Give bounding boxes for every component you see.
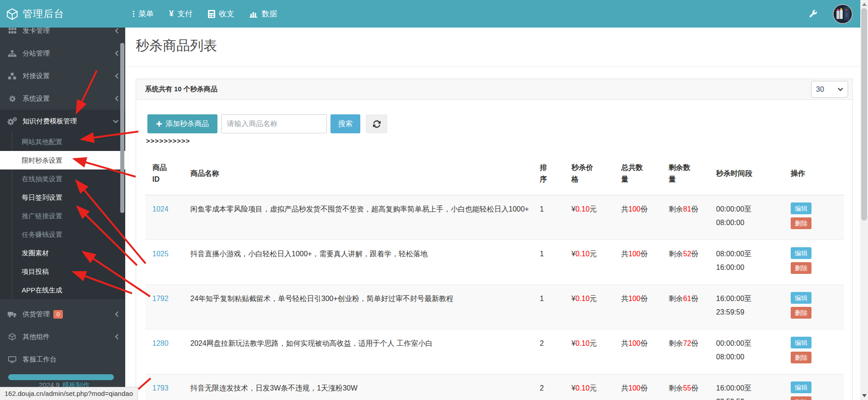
table-row: 179224年知乎复制粘贴截留术，单号轻松日引300+创业粉，简单好过审不封号最… (145, 284, 844, 329)
sidebar-item-label: 对接设置 (23, 72, 50, 80)
main-content: 秒杀商品列表 系统共有10个秒杀商品 30 添加秒杀商品 (125, 28, 860, 400)
sidebar-subitem-flash-sale-settings[interactable]: 限时秒杀设置 (0, 151, 125, 169)
chart-icon (250, 10, 258, 18)
delete-button[interactable]: 删除 (791, 352, 811, 363)
navbar-item-data[interactable]: 数据 (250, 9, 277, 19)
chevron-left-icon (115, 28, 119, 34)
add-seckill-button[interactable]: 添加秒杀商品 (147, 114, 217, 133)
ops-cell: 编辑删除 (787, 374, 844, 400)
chevron-left-icon (115, 334, 119, 340)
sidebar-scrollbar[interactable] (120, 43, 124, 213)
sidebar-item-knowledge-pay-template[interactable]: 知识付费模板管理 (0, 110, 125, 132)
page-scrollbar[interactable] (860, 0, 868, 400)
product-id-link[interactable]: 1280 (152, 339, 169, 347)
price-cell: ¥0.10元 (568, 195, 618, 240)
product-name-cell: 2024网盘拉新玩法教学思路，如何实现被动高收益，适用于个人 工作室小白 (187, 329, 536, 374)
navbar-item-income[interactable]: 收支 (208, 9, 234, 19)
sidebar-menu: 发卡管理分站管理对接设置系统设置知识付费模板管理网站其他配置限时秒杀设置在线抽奖… (0, 28, 125, 371)
seckill-panel: 系统共有10个秒杀商品 30 添加秒杀商品 搜索 (136, 79, 853, 400)
sidebar-subitem-online-lottery-settings[interactable]: 在线抽奖设置 (0, 169, 125, 188)
edit-button[interactable]: 编辑 (791, 337, 811, 348)
ops-cell: 编辑删除 (787, 195, 844, 240)
edit-button[interactable]: 编辑 (791, 202, 811, 214)
toolbar: 添加秒杀商品 搜索 (147, 114, 852, 133)
sidebar-subitem-project-submission[interactable]: 项目投稿 (0, 262, 125, 281)
product-id-link[interactable]: 1025 (152, 250, 169, 258)
sidebar-item-service-workbench[interactable]: 客服工作台 (0, 348, 125, 371)
time-range-cell: 08:00:00至16:00:00 (712, 240, 787, 284)
sort-cell: 1 (536, 284, 568, 329)
sidebar-subitem-app-online-generate[interactable]: APP在线生成 (0, 281, 125, 299)
product-id-link[interactable]: 1793 (152, 384, 169, 392)
sidebar-item-label: 其他组件 (23, 333, 50, 341)
avatar[interactable] (833, 4, 853, 24)
sidebar-item-supply-manage[interactable]: 供货管理0 (0, 303, 125, 325)
sidebar-item-label: 供货管理 (23, 310, 50, 319)
delete-button[interactable]: 删除 (791, 262, 811, 274)
navbar-right (809, 0, 853, 28)
sidebar-item-branch-manage[interactable]: 分站管理 (0, 42, 125, 65)
refresh-button[interactable] (366, 114, 387, 133)
remain-cell: 剩余61份 (665, 284, 712, 329)
brand-title: 管理后台 (23, 7, 64, 21)
delete-button[interactable]: 删除 (791, 217, 811, 229)
time-range-cell: 00:00:00至08:00:00 (712, 329, 787, 374)
sidebar-subitem-promo-link-settings[interactable]: 推广链接设置 (0, 207, 125, 225)
sidebar-scroll-pill[interactable] (8, 374, 114, 380)
sidebar-submenu: 网站其他配置限时秒杀设置在线抽奖设置每日签到设置推广链接设置任务赚钱设置发圈素材… (0, 132, 125, 299)
navbar-item-pay[interactable]: ¥支付 (169, 9, 193, 19)
edit-button[interactable]: 编辑 (791, 247, 811, 259)
chevron-left-icon (115, 311, 119, 317)
total-cell: 共100份 (618, 329, 665, 374)
product-id-cell: 1793 (145, 374, 187, 400)
sort-cell: 1 (536, 240, 568, 284)
total-cell: 共100份 (618, 284, 665, 329)
seckill-table: 商品ID商品名称排序秒杀价格总共数量剩余数量秒杀时间段操作 1024闲鱼零成本零… (145, 152, 844, 400)
sidebar-item-card-manage[interactable]: 发卡管理 (0, 28, 125, 42)
sidebar-item-label: 分站管理 (23, 49, 50, 58)
sidebar-subitem-moments-material[interactable]: 发圈素材 (0, 244, 125, 262)
navbar-item-menu[interactable]: 菜单 (132, 9, 154, 19)
tree-guide-line (12, 132, 12, 299)
price-cell: ¥0.10元 (568, 374, 618, 400)
sidebar-subitem-task-earn-settings[interactable]: 任务赚钱设置 (0, 225, 125, 244)
edit-button[interactable]: 编辑 (791, 292, 811, 304)
sidebar-subitem-daily-checkin-settings[interactable]: 每日签到设置 (0, 188, 125, 207)
sidebar-item-system-settings[interactable]: 系统设置 (0, 87, 125, 110)
delete-button[interactable]: 删除 (791, 396, 811, 400)
desktop-icon (7, 356, 17, 363)
scroll-up-icon[interactable] (860, 0, 868, 8)
col-header-id: 商品ID (145, 152, 187, 195)
sidebar-item-label: 系统设置 (23, 94, 50, 103)
brand[interactable]: 管理后台 (0, 7, 125, 21)
sidebar-item-other-components[interactable]: 其他组件 (0, 325, 125, 348)
refresh-icon (373, 120, 381, 128)
sidebar-item-integration-settings[interactable]: 对接设置 (0, 65, 125, 87)
search-button[interactable]: 搜索 (330, 114, 360, 133)
calc-icon (208, 10, 215, 18)
product-id-cell: 1280 (145, 329, 187, 374)
count-badge: 0 (53, 310, 63, 319)
gears-icon (7, 117, 17, 125)
plus-icon (156, 121, 162, 127)
col-header-total: 总共数量 (618, 152, 665, 195)
wrench-icon[interactable] (809, 9, 817, 18)
navbar-item-label: 数据 (262, 9, 277, 19)
edit-button[interactable]: 编辑 (791, 381, 811, 393)
product-id-cell: 1025 (145, 240, 187, 284)
page-size-select[interactable]: 30 (811, 81, 848, 98)
sidebar-subitem-site-other-config[interactable]: 网站其他配置 (0, 132, 125, 151)
cube-logo-icon (6, 8, 18, 20)
price-cell: ¥0.10元 (568, 284, 618, 329)
product-name-input[interactable] (221, 114, 327, 133)
scroll-down-icon[interactable] (860, 392, 868, 400)
chevron-left-icon (115, 95, 119, 102)
product-id-link[interactable]: 1792 (152, 295, 169, 302)
navbar-menu: 菜单¥支付收支数据 (125, 9, 277, 19)
product-id-link[interactable]: 1024 (152, 205, 169, 213)
panel-body: 添加秒杀商品 搜索 >>>>>>>>>> 商品ID商品名称排序秒杀价格总共数量剩… (136, 114, 852, 400)
scrollbar-thumb[interactable] (861, 8, 867, 221)
col-header-sort: 排序 (536, 152, 568, 195)
delete-button[interactable]: 删除 (791, 307, 811, 319)
total-cell: 共100份 (618, 240, 665, 284)
